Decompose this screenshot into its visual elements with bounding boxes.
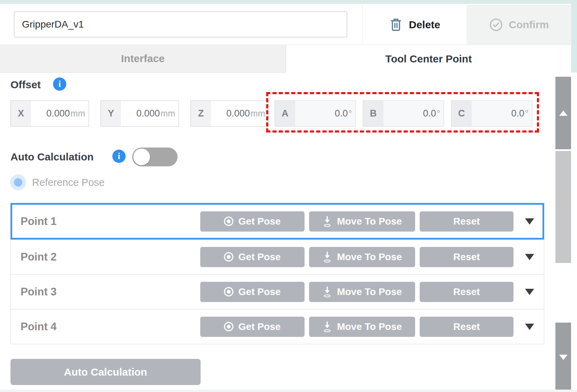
point-3-reset-button[interactable]: Reset (420, 282, 514, 302)
offset-field-z-unit: mm (250, 108, 265, 119)
offset-field-a-label: A (275, 101, 295, 126)
delete-label: Delete (409, 19, 440, 31)
point-row-3[interactable]: Point 3 Get Pose Move To Pose Reset (10, 274, 544, 309)
offset-field-y[interactable]: Y 0.000mm (100, 100, 179, 127)
reference-pose-label: Reference Pose (32, 177, 105, 188)
offset-field-x-value: 0.000 (46, 108, 70, 119)
point-row-2[interactable]: Point 2 Get Pose Move To Pose Reset (10, 240, 544, 274)
tab-tcp-label: Tool Center Point (385, 53, 472, 65)
delete-button[interactable]: Delete (362, 5, 466, 45)
offset-field-c-label: C (451, 101, 472, 126)
reset-label: Reset (453, 251, 480, 263)
right-frame-bar (571, 0, 577, 73)
scroll-down-button[interactable] (555, 323, 571, 392)
point-2-label: Point 2 (21, 251, 200, 263)
scroll-down-icon (559, 355, 568, 360)
offset-field-b-value: 0.0 (423, 108, 436, 119)
point-3-get-pose-button[interactable]: Get Pose (200, 282, 305, 302)
target-icon (224, 252, 233, 262)
target-icon (224, 217, 233, 226)
point-1-expand-button[interactable] (518, 218, 541, 225)
check-circle-icon (489, 17, 503, 32)
tab-interface-label: Interface (121, 53, 165, 65)
point-3-expand-button[interactable] (518, 289, 541, 295)
offset-field-b[interactable]: B 0.0° (363, 100, 444, 127)
get-pose-label: Get Pose (238, 321, 280, 332)
move-to-pose-label: Move To Pose (337, 216, 402, 227)
point-4-move-to-pose-button[interactable]: Move To Pose (309, 317, 415, 337)
chevron-down-icon (525, 289, 534, 295)
point-1-move-to-pose-button[interactable]: Move To Pose (309, 211, 415, 232)
move-down-icon (322, 286, 332, 298)
point-4-label: Point 4 (21, 321, 200, 333)
offset-field-x-label: X (11, 101, 31, 126)
scroll-up-icon (559, 111, 568, 116)
radio-dot (14, 178, 22, 187)
offset-field-z[interactable]: Z 0.000mm (190, 100, 269, 127)
offset-field-y-label: Y (101, 101, 121, 126)
chevron-down-icon (525, 254, 534, 260)
scroll-up-button[interactable] (555, 77, 571, 149)
point-4-expand-button[interactable] (518, 324, 541, 330)
auto-calculation-heading: Auto Calculation (10, 151, 93, 163)
confirm-label: Confirm (509, 19, 549, 31)
get-pose-label: Get Pose (238, 251, 280, 263)
offset-field-y-unit: mm (160, 108, 175, 119)
move-down-icon (322, 216, 332, 227)
point-2-expand-button[interactable] (518, 254, 541, 260)
point-1-label: Point 1 (21, 215, 200, 228)
point-row-4[interactable]: Point 4 Get Pose Move To Pose Reset (10, 309, 544, 344)
offset-field-b-unit: ° (437, 108, 440, 119)
point-2-move-to-pose-button[interactable]: Move To Pose (309, 247, 415, 267)
offset-field-a-value: 0.0 (335, 108, 348, 119)
offset-heading: Offset (10, 79, 41, 91)
auto-calculation-info-icon[interactable]: i (112, 150, 126, 163)
move-to-pose-label: Move To Pose (337, 321, 402, 332)
reset-label: Reset (453, 286, 480, 297)
reset-label: Reset (453, 216, 480, 227)
tool-name-input[interactable] (14, 12, 347, 37)
offset-info-icon[interactable]: i (53, 77, 66, 91)
target-icon (224, 287, 233, 296)
top-frame-bar (0, 0, 577, 4)
offset-field-z-label: Z (191, 101, 211, 126)
point-1-get-pose-button[interactable]: Get Pose (200, 211, 305, 232)
auto-calculation-button[interactable]: Auto Calculation (10, 359, 201, 385)
toggle-knob (133, 149, 150, 165)
offset-field-z-value: 0.000 (226, 108, 250, 119)
point-4-reset-button[interactable]: Reset (420, 317, 514, 337)
bottom-frame-bar (0, 390, 577, 392)
points-table: Point 1 Get Pose Move To Pose Reset (10, 203, 544, 344)
tab-interface[interactable]: Interface (0, 45, 286, 73)
chevron-down-icon (525, 324, 534, 330)
move-to-pose-label: Move To Pose (337, 286, 402, 297)
move-to-pose-label: Move To Pose (337, 251, 402, 263)
point-1-reset-button[interactable]: Reset (420, 211, 514, 232)
get-pose-label: Get Pose (238, 216, 280, 227)
tool-settings-panel: Delete Confirm Interface Tool Center Poi… (0, 0, 577, 392)
offset-field-y-value: 0.000 (136, 108, 160, 119)
offset-field-c-unit: ° (525, 108, 529, 119)
point-row-1[interactable]: Point 1 Get Pose Move To Pose Reset (10, 203, 544, 240)
offset-field-x-unit: mm (70, 108, 85, 119)
auto-calculation-toggle[interactable] (132, 148, 178, 166)
point-3-move-to-pose-button[interactable]: Move To Pose (309, 282, 415, 302)
reference-pose-radio[interactable] (10, 174, 26, 190)
offset-field-c[interactable]: C 0.0° (451, 100, 532, 127)
offset-field-x[interactable]: X 0.000mm (10, 100, 89, 127)
offset-field-b-label: B (363, 101, 383, 126)
chevron-down-icon (525, 218, 534, 225)
scrollbar-thumb[interactable] (555, 151, 571, 263)
point-2-get-pose-button[interactable]: Get Pose (200, 247, 305, 267)
reset-label: Reset (453, 321, 480, 332)
move-down-icon (322, 251, 332, 263)
confirm-button[interactable]: Confirm (466, 5, 571, 45)
point-3-label: Point 3 (21, 286, 200, 298)
offset-field-a[interactable]: A 0.0° (275, 100, 356, 127)
move-down-icon (322, 321, 332, 333)
tab-tool-center-point[interactable]: Tool Center Point (286, 45, 571, 73)
point-4-get-pose-button[interactable]: Get Pose (200, 317, 305, 337)
trash-icon (389, 17, 403, 33)
point-2-reset-button[interactable]: Reset (420, 247, 514, 267)
offset-field-a-unit: ° (349, 108, 352, 119)
